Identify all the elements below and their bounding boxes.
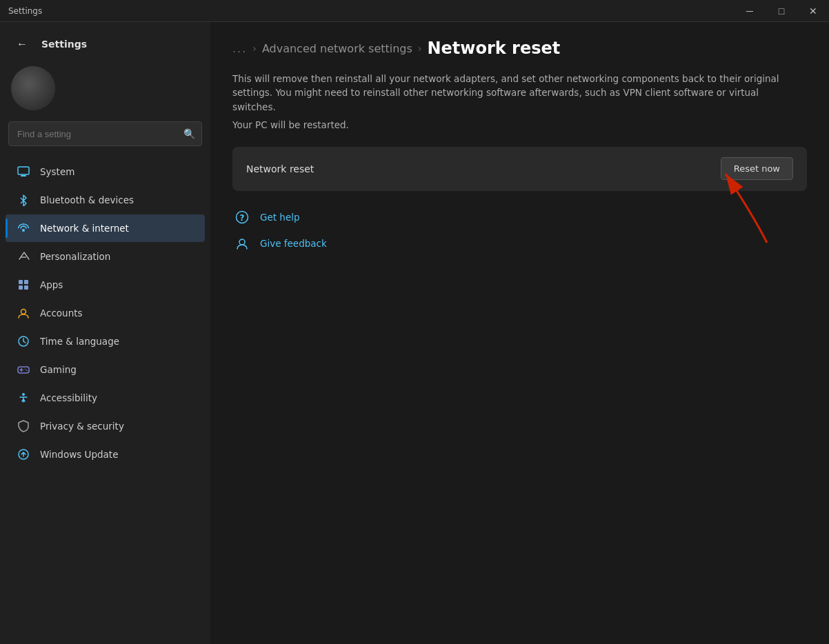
close-button[interactable]: ✕	[797, 0, 829, 22]
breadcrumb-sep2: ›	[418, 43, 422, 54]
svg-point-15	[25, 369, 26, 370]
avatar-image	[11, 66, 55, 110]
give-feedback-text: Give feedback	[260, 238, 327, 249]
main-wrapper: ... › Advanced network settings › Networ…	[210, 22, 829, 644]
svg-point-17	[22, 393, 25, 396]
svg-rect-7	[24, 280, 28, 284]
sidebar-item-time-label: Time & language	[40, 336, 119, 347]
svg-rect-0	[18, 167, 29, 174]
breadcrumb-sep1: ›	[252, 43, 257, 54]
svg-point-16	[26, 370, 28, 372]
breadcrumb: ... › Advanced network settings › Networ…	[232, 39, 807, 58]
sidebar-item-system[interactable]: System	[6, 158, 205, 185]
sidebar-item-network[interactable]: Network & internet	[6, 214, 205, 242]
give-feedback-link[interactable]: Give feedback	[232, 234, 807, 253]
sidebar: ← Settings 🔍 System	[0, 22, 210, 644]
accounts-icon	[17, 306, 30, 320]
network-reset-card: Network reset Reset now	[232, 147, 807, 191]
search-icon: 🔍	[183, 128, 195, 139]
reset-card-label: Network reset	[246, 163, 314, 174]
sidebar-item-update-label: Windows Update	[40, 449, 118, 460]
sidebar-item-network-label: Network & internet	[40, 223, 129, 234]
minimize-button[interactable]: ─	[734, 0, 766, 22]
titlebar: Settings ─ □ ✕	[0, 0, 829, 22]
sidebar-item-accessibility[interactable]: Accessibility	[6, 384, 205, 412]
system-icon	[17, 165, 30, 179]
svg-point-4	[22, 229, 25, 232]
sidebar-item-privacy[interactable]: Privacy & security	[6, 412, 205, 440]
get-help-text: Get help	[260, 212, 300, 223]
svg-point-10	[21, 310, 26, 314]
restart-notice: Your PC will be restarted.	[232, 119, 807, 130]
help-links: ? Get help Give feedback	[232, 208, 807, 253]
svg-rect-6	[19, 280, 23, 284]
svg-rect-1	[21, 175, 26, 177]
update-icon	[17, 447, 30, 461]
sidebar-item-update[interactable]: Windows Update	[6, 441, 205, 468]
back-button[interactable]: ←	[11, 33, 33, 55]
svg-text:?: ?	[240, 213, 245, 223]
bluetooth-icon	[17, 193, 30, 207]
get-help-icon: ?	[232, 208, 252, 227]
sidebar-item-privacy-label: Privacy & security	[40, 421, 124, 432]
sidebar-item-time[interactable]: Time & language	[6, 328, 205, 355]
search-box: 🔍	[8, 121, 202, 146]
sidebar-item-gaming[interactable]: Gaming	[6, 356, 205, 383]
sidebar-item-personalization-label: Personalization	[40, 251, 110, 262]
accessibility-icon	[17, 391, 30, 405]
titlebar-controls: ─ □ ✕	[734, 0, 829, 22]
sidebar-item-gaming-label: Gaming	[40, 364, 77, 375]
nav-list: System Bluetooth & devices Network & int…	[0, 154, 210, 644]
reset-now-button[interactable]: Reset now	[721, 157, 793, 180]
sidebar-item-apps[interactable]: Apps	[6, 271, 205, 299]
privacy-icon	[17, 419, 30, 433]
svg-point-21	[239, 239, 245, 245]
give-feedback-icon	[232, 234, 252, 253]
time-icon	[17, 334, 30, 348]
app-title: Settings	[41, 39, 87, 50]
sidebar-item-personalization[interactable]: Personalization	[6, 243, 205, 270]
avatar-area	[0, 61, 210, 121]
network-icon	[17, 221, 30, 235]
sidebar-item-accounts-label: Accounts	[40, 308, 83, 319]
sidebar-item-bluetooth[interactable]: Bluetooth & devices	[6, 186, 205, 214]
main-content: ... › Advanced network settings › Networ…	[210, 22, 829, 270]
sidebar-item-apps-label: Apps	[40, 279, 63, 290]
apps-icon	[17, 278, 30, 292]
sidebar-item-bluetooth-label: Bluetooth & devices	[40, 194, 134, 205]
sidebar-item-accessibility-label: Accessibility	[40, 392, 97, 403]
sidebar-item-accounts[interactable]: Accounts	[6, 299, 205, 327]
get-help-link[interactable]: ? Get help	[232, 208, 807, 227]
personalization-icon	[17, 250, 30, 263]
svg-rect-9	[24, 285, 28, 290]
svg-rect-8	[19, 285, 23, 290]
sidebar-item-system-label: System	[40, 166, 74, 177]
maximize-button[interactable]: □	[766, 0, 797, 22]
avatar	[11, 66, 55, 110]
app-container: ← Settings 🔍 System	[0, 22, 829, 644]
titlebar-title: Settings	[8, 6, 42, 16]
breadcrumb-parent[interactable]: Advanced network settings	[262, 42, 412, 55]
page-title: Network reset	[427, 39, 560, 58]
breadcrumb-dots: ...	[232, 42, 247, 55]
gaming-icon	[17, 363, 30, 376]
description-text: This will remove then reinstall all your…	[232, 72, 805, 114]
search-input[interactable]	[8, 121, 202, 146]
sidebar-header: ← Settings	[0, 22, 210, 61]
